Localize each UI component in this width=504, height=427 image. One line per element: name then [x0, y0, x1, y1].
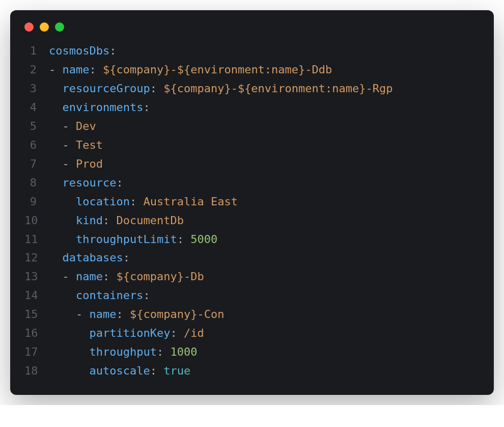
token-key: containers: [76, 289, 143, 302]
code-content: location: Australia East: [49, 193, 238, 211]
token-num: 1000: [170, 345, 197, 358]
token-plain: :: [157, 345, 171, 358]
code-line: 7 - Prod: [24, 155, 480, 174]
token-key: databases: [63, 251, 123, 264]
token-key: resource: [63, 176, 117, 189]
line-number: 3: [24, 79, 49, 98]
titlebar: [10, 22, 494, 42]
code-content: throughputLimit: 5000: [49, 230, 217, 249]
code-line: 2- name: ${company}-${environment:name}-…: [24, 61, 480, 79]
token-str: Australia East: [143, 195, 237, 208]
token-plain: :: [130, 195, 144, 208]
code-content: kind: DocumentDb: [49, 211, 184, 230]
code-line: 5 - Dev: [24, 117, 480, 136]
token-key: resourceGroup: [63, 82, 150, 95]
token-plain: :: [103, 270, 117, 283]
token-plain: :: [170, 327, 184, 339]
token-key: autoscale: [89, 364, 150, 377]
code-content: partitionKey: /id: [49, 324, 204, 343]
code-content: databases:: [49, 249, 130, 268]
token-plain: -: [49, 157, 76, 170]
line-number: 10: [24, 211, 49, 230]
code-content: cosmosDbs:: [49, 42, 116, 61]
code-line: 18 autoscale: true: [24, 362, 480, 381]
line-number: 16: [24, 324, 49, 343]
token-plain: -: [49, 120, 76, 132]
token-plain: :: [103, 214, 117, 227]
minimize-icon[interactable]: [40, 22, 49, 32]
token-plain: [49, 289, 76, 302]
token-plain: [49, 345, 89, 358]
token-str: DocumentDb: [116, 214, 183, 227]
code-content: - name: ${company}-${environment:name}-D…: [49, 61, 332, 79]
code-area: 1cosmosDbs:2- name: ${company}-${environ…: [10, 42, 494, 381]
line-number: 11: [24, 230, 49, 249]
code-line: 13 - name: ${company}-Db: [24, 268, 480, 286]
token-plain: :: [116, 308, 130, 321]
token-plain: [49, 195, 76, 208]
code-line: 14 containers:: [24, 286, 480, 305]
line-number: 14: [24, 286, 49, 305]
code-content: throughput: 1000: [49, 343, 197, 362]
token-plain: [49, 327, 89, 339]
line-number: 18: [24, 362, 49, 381]
maximize-icon[interactable]: [55, 22, 64, 32]
code-line: 10 kind: DocumentDb: [24, 211, 480, 230]
code-line: 9 location: Australia East: [24, 193, 480, 211]
code-content: - Prod: [49, 155, 103, 174]
code-content: - Dev: [49, 117, 96, 136]
token-plain: :: [177, 233, 191, 246]
token-key: name: [89, 308, 116, 321]
code-content: autoscale: true: [49, 362, 190, 381]
line-number: 17: [24, 343, 49, 362]
token-plain: :: [150, 364, 164, 377]
token-plain: [49, 233, 76, 246]
token-str: ${company}-${environment:name}-Rgp: [163, 82, 393, 95]
token-str: Test: [76, 139, 103, 151]
code-content: environments:: [49, 98, 150, 117]
token-plain: [49, 364, 89, 377]
token-plain: [49, 176, 63, 189]
line-number: 7: [24, 155, 49, 174]
code-content: resourceGroup: ${company}-${environment:…: [49, 79, 393, 98]
code-content: containers:: [49, 286, 150, 305]
token-plain: :: [109, 44, 116, 57]
token-plain: -: [49, 63, 63, 76]
code-line: 3 resourceGroup: ${company}-${environmen…: [24, 79, 480, 98]
token-str: /id: [184, 327, 204, 339]
token-plain: :: [123, 251, 130, 264]
token-key: throughputLimit: [76, 233, 177, 246]
code-line: 6 - Test: [24, 136, 480, 155]
token-str: ${company}-Db: [116, 270, 204, 283]
code-line: 1cosmosDbs:: [24, 42, 480, 61]
token-key: environments: [63, 101, 144, 114]
token-plain: :: [116, 176, 123, 189]
line-number: 4: [24, 98, 49, 117]
code-content: - name: ${company}-Db: [49, 268, 204, 286]
token-plain: [49, 82, 63, 95]
code-line: 11 throughputLimit: 5000: [24, 230, 480, 249]
line-number: 12: [24, 249, 49, 268]
token-key: cosmosDbs: [49, 44, 109, 57]
close-icon[interactable]: [24, 22, 34, 32]
token-bool: true: [163, 364, 190, 377]
code-content: - name: ${company}-Con: [49, 305, 224, 324]
token-plain: [49, 214, 76, 227]
token-plain: -: [49, 270, 76, 283]
token-plain: [49, 251, 63, 264]
token-plain: -: [49, 308, 89, 321]
token-key: name: [63, 63, 90, 76]
code-window: 1cosmosDbs:2- name: ${company}-${environ…: [10, 10, 494, 395]
token-key: throughput: [89, 345, 156, 358]
token-key: name: [76, 270, 103, 283]
line-number: 13: [24, 268, 49, 286]
code-line: 16 partitionKey: /id: [24, 324, 480, 343]
code-line: 15 - name: ${company}-Con: [24, 305, 480, 324]
token-plain: [49, 101, 63, 114]
line-number: 1: [24, 42, 49, 61]
code-line: 4 environments:: [24, 98, 480, 117]
token-num: 5000: [190, 233, 217, 246]
line-number: 9: [24, 193, 49, 211]
token-plain: -: [49, 139, 76, 151]
token-str: Prod: [76, 157, 103, 170]
